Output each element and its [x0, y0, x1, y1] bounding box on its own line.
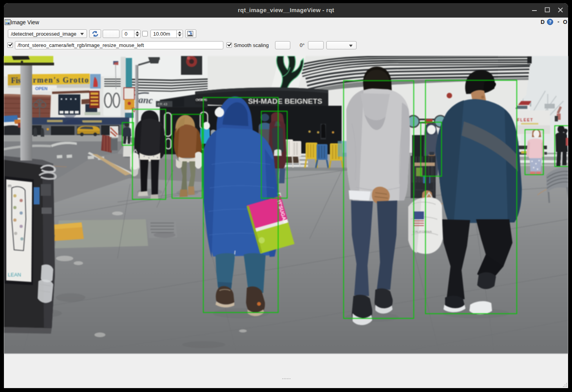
svg-text:OYSTERS: OYSTERS [195, 98, 207, 102]
svg-text:Fis: Fis [11, 76, 21, 85]
svg-text:ER 43: ER 43 [157, 102, 167, 106]
svg-text:OPEN: OPEN [35, 86, 47, 91]
svg-text:SH-MADE BEIGNETS: SH-MADE BEIGNETS [248, 97, 322, 105]
svg-text:CALIFORNIA: CALIFORNIA [413, 230, 432, 233]
svg-text:LEAN: LEAN [8, 272, 21, 278]
svg-text:rmen's Grotto: rmen's Grotto [33, 76, 89, 84]
svg-text:?: ? [549, 20, 552, 24]
svg-text:m: m [8, 183, 11, 188]
svg-text:FLEET: FLEET [517, 118, 534, 122]
